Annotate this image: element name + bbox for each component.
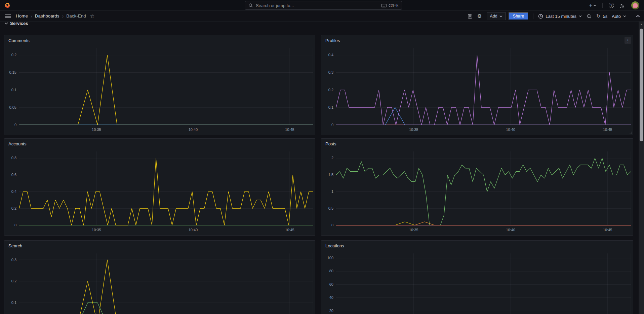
- question-icon: ?: [610, 4, 612, 7]
- refresh-icon[interactable]: ↻: [596, 13, 601, 19]
- panel-header: Locations: [321, 241, 633, 251]
- panel-title[interactable]: Comments: [8, 38, 30, 43]
- global-search-box[interactable]: ctrl+k: [245, 1, 402, 10]
- time-series-chart[interactable]: 00.10.20.3: [4, 251, 315, 314]
- y-tick-label: 0.3: [328, 70, 333, 74]
- legend-item[interactable]: stats.posts.getbyuserid.invoked: [464, 234, 525, 236]
- legend-item[interactable]: stats.comments.getcomments.invoked: [89, 134, 162, 135]
- breadcrumb-dashboards[interactable]: Dashboards: [35, 13, 59, 19]
- legend-item[interactable]: stats.profiles.getfollowersbyuserid.invo…: [328, 134, 407, 135]
- panel-profiles: Profiles ⋮ 00.10.20.30.4 10:3510:4010:45…: [321, 35, 633, 135]
- y-tick-label: 20: [329, 309, 333, 313]
- row-services-toggle[interactable]: Services: [5, 21, 28, 26]
- legend-item[interactable]: stats.accounts.togglefollowing.invoked: [11, 234, 84, 236]
- y-tick-label: 0.2: [11, 206, 16, 210]
- scrollbar-thumb[interactable]: [640, 29, 643, 141]
- legend-label: stats.profiles.getprofilebyid.invoked: [498, 135, 559, 135]
- x-axis: 10:3510:4010:45: [4, 227, 315, 233]
- y-tick-label: 0.6: [11, 173, 16, 177]
- legend-label: stats.posts.addpost.invoked: [335, 235, 383, 236]
- legend-item[interactable]: stats.posts.togglelike.invoked: [531, 234, 589, 236]
- panel-header: Posts: [321, 139, 633, 149]
- news-button[interactable]: [620, 3, 625, 8]
- panel-title[interactable]: Accounts: [8, 141, 26, 146]
- series-line-1: [19, 260, 313, 314]
- search-input[interactable]: [256, 3, 378, 8]
- legend-item[interactable]: stats.posts.addpost.invoked: [328, 234, 383, 236]
- time-series-chart[interactable]: 20406080100: [321, 251, 633, 314]
- add-panel-button[interactable]: Add: [487, 12, 506, 20]
- auto-refresh-label[interactable]: Auto: [612, 14, 621, 19]
- x-tick-label: 10:40: [506, 228, 515, 232]
- y-tick-label: 0.1: [11, 88, 16, 92]
- refresh-controls[interactable]: ↻ 5s Auto: [596, 13, 626, 19]
- user-avatar[interactable]: [631, 1, 639, 9]
- legend-item[interactable]: stats.accounts.userlogin.invoked: [90, 234, 153, 236]
- time-range-picker[interactable]: Last 15 minutes: [538, 14, 582, 19]
- legend-item[interactable]: stats.posts.getallbyfollowing.invoked: [389, 234, 458, 236]
- x-tick-label: 10:40: [189, 128, 198, 132]
- new-menu-button[interactable]: +: [589, 2, 596, 8]
- shortcut-label: ctrl+k: [389, 3, 398, 8]
- dashboard-settings-button[interactable]: ⚙: [477, 13, 482, 19]
- save-dashboard-button[interactable]: [468, 14, 473, 19]
- grafana-logo-icon[interactable]: [4, 2, 11, 9]
- y-tick-label: 1: [331, 189, 333, 194]
- panel-posts: Posts 00.511.52 10:3510:4010:45 stats.po…: [321, 138, 633, 236]
- time-series-chart[interactable]: 00.20.40.60.8: [4, 149, 315, 227]
- time-series-chart[interactable]: 00.050.10.150.2: [4, 45, 315, 127]
- plus-icon: +: [589, 2, 592, 8]
- zoom-out-time-button[interactable]: [587, 14, 592, 19]
- y-tick-label: 0.4: [328, 53, 333, 57]
- panel-title[interactable]: Profiles: [325, 38, 340, 43]
- x-tick-label: 10:40: [189, 228, 198, 232]
- breadcrumb-home[interactable]: Home: [16, 13, 28, 19]
- time-range-label: Last 15 minutes: [546, 14, 576, 19]
- keyboard-icon: [381, 4, 387, 7]
- breadcrumb-current[interactable]: Back-End: [66, 13, 86, 19]
- panel-comments: Comments 00.050.10.150.2 10:3510:4010:45…: [4, 35, 315, 135]
- x-tick-label: 10:45: [285, 228, 294, 232]
- chevron-up-icon: [636, 15, 640, 18]
- panel-title[interactable]: Search: [8, 243, 22, 248]
- gear-icon: ⚙: [477, 13, 482, 19]
- favorite-star-icon[interactable]: ☆: [90, 13, 94, 19]
- chevron-down-icon: [499, 15, 502, 17]
- y-tick-label: 0.5: [328, 206, 333, 210]
- save-icon: [468, 14, 473, 19]
- legend-item[interactable]: stats.profiles.getprofilebyid.invoked: [491, 134, 559, 135]
- legend-item[interactable]: stats.profiles.getfollowingbyid.invoked: [413, 134, 485, 135]
- legend-label: stats.accounts.togglefollowing.invoked: [18, 235, 84, 236]
- menu-toggle-icon[interactable]: [5, 14, 11, 18]
- y-tick-label: 0.2: [11, 53, 16, 57]
- legend-label: stats.posts.getallbyfollowing.invoked: [396, 235, 458, 236]
- legend-label: stats.comments.addcomment.invoked: [18, 135, 83, 135]
- time-series-chart[interactable]: 00.10.20.30.4: [321, 45, 633, 127]
- panel-title[interactable]: Locations: [325, 243, 344, 248]
- y-tick-label: 0.4: [11, 189, 16, 194]
- divider: [533, 13, 533, 19]
- panel-resize-handle[interactable]: [630, 132, 632, 134]
- scrollbar-up-arrow-icon[interactable]: ▲: [639, 22, 644, 27]
- y-tick-label: 40: [329, 295, 333, 300]
- series-line-1: [336, 222, 631, 225]
- collapse-toolbar-button[interactable]: [636, 15, 640, 18]
- panel-menu-kebab-icon[interactable]: ⋮: [625, 37, 631, 44]
- y-tick-label: 0.3: [11, 258, 16, 262]
- panel-title[interactable]: Posts: [325, 141, 336, 146]
- help-button[interactable]: ?: [609, 3, 614, 8]
- legend-item[interactable]: stats.comments.addcomment.invoked: [11, 134, 83, 135]
- keyboard-shortcut-hint: ctrl+k: [381, 3, 398, 8]
- x-tick-label: 10:45: [603, 228, 612, 232]
- clock-icon: [538, 14, 543, 19]
- divider: [631, 13, 631, 19]
- time-series-chart[interactable]: 00.511.52: [321, 149, 633, 227]
- row-title: Services: [10, 21, 28, 26]
- legend: stats.accounts.togglefollowing.invokedst…: [4, 233, 315, 236]
- share-button[interactable]: Share: [509, 12, 528, 20]
- y-tick-label: 2: [331, 156, 333, 160]
- y-tick-label: 0.15: [9, 70, 16, 74]
- dashboard-canvas: Services Comments 00.050.10.150.2 10:351…: [0, 22, 637, 314]
- page-scrollbar[interactable]: ▲: [639, 22, 644, 314]
- legend-item[interactable]: stats.comments.togglelike.invoked: [168, 134, 234, 135]
